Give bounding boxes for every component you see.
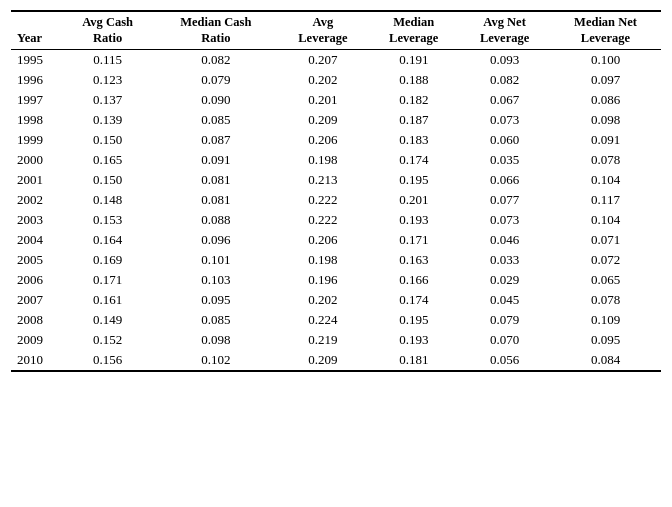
table-cell: 0.195	[368, 310, 459, 330]
table-row: 20010.1500.0810.2130.1950.0660.104	[11, 170, 661, 190]
table-cell: 0.187	[368, 110, 459, 130]
table-cell: 0.163	[368, 250, 459, 270]
table-cell: 0.222	[277, 210, 368, 230]
table-cell: 0.165	[61, 150, 154, 170]
median-leverage-label-1: Median	[374, 14, 453, 30]
table-cell: 0.171	[61, 270, 154, 290]
avg-net-label-1: Avg Net	[465, 14, 544, 30]
table-cell: 0.164	[61, 230, 154, 250]
avg-net-label-2: Leverage	[465, 30, 544, 46]
table-cell: 0.206	[277, 230, 368, 250]
table-cell: 0.081	[154, 170, 277, 190]
table-cell: 0.088	[154, 210, 277, 230]
col-avg-cash: Avg Cash Ratio	[61, 11, 154, 49]
table-cell: 0.095	[550, 330, 661, 350]
table-cell: 0.152	[61, 330, 154, 350]
table-cell: 2007	[11, 290, 61, 310]
table-cell: 0.183	[368, 130, 459, 150]
table-cell: 2004	[11, 230, 61, 250]
table-cell: 0.090	[154, 90, 277, 110]
table-row: 20100.1560.1020.2090.1810.0560.084	[11, 350, 661, 371]
table-cell: 0.085	[154, 310, 277, 330]
table-cell: 0.098	[550, 110, 661, 130]
avg-cash-label-2: Ratio	[67, 30, 148, 46]
table-cell: 0.209	[277, 350, 368, 371]
table-cell: 1999	[11, 130, 61, 150]
median-net-label-2: Leverage	[556, 30, 655, 46]
table-cell: 0.109	[550, 310, 661, 330]
table-row: 20030.1530.0880.2220.1930.0730.104	[11, 210, 661, 230]
table-row: 20050.1690.1010.1980.1630.0330.072	[11, 250, 661, 270]
table-cell: 2000	[11, 150, 61, 170]
table-cell: 0.150	[61, 130, 154, 150]
table-cell: 0.166	[368, 270, 459, 290]
table-row: 20020.1480.0810.2220.2010.0770.117	[11, 190, 661, 210]
table-cell: 0.087	[154, 130, 277, 150]
table-cell: 0.073	[459, 110, 550, 130]
table-cell: 2005	[11, 250, 61, 270]
table-cell: 0.086	[550, 90, 661, 110]
table-row: 20070.1610.0950.2020.1740.0450.078	[11, 290, 661, 310]
table-cell: 0.046	[459, 230, 550, 250]
table-cell: 0.156	[61, 350, 154, 371]
median-net-label-1: Median Net	[556, 14, 655, 30]
table-cell: 0.201	[277, 90, 368, 110]
table-cell: 1995	[11, 49, 61, 70]
table-row: 20090.1520.0980.2190.1930.0700.095	[11, 330, 661, 350]
table-cell: 2006	[11, 270, 61, 290]
table-cell: 0.206	[277, 130, 368, 150]
table-cell: 0.148	[61, 190, 154, 210]
table-cell: 0.191	[368, 49, 459, 70]
avg-cash-label-1: Avg Cash	[67, 14, 148, 30]
table-cell: 0.081	[154, 190, 277, 210]
table-cell: 0.198	[277, 150, 368, 170]
table-cell: 0.077	[459, 190, 550, 210]
col-avg-net-leverage: Avg Net Leverage	[459, 11, 550, 49]
table-cell: 0.078	[550, 290, 661, 310]
table-cell: 0.219	[277, 330, 368, 350]
table-cell: 0.123	[61, 70, 154, 90]
avg-leverage-label-2: Leverage	[283, 30, 362, 46]
median-cash-label-2: Ratio	[160, 30, 271, 46]
table-cell: 0.137	[61, 90, 154, 110]
table-cell: 0.117	[550, 190, 661, 210]
table-cell: 0.091	[154, 150, 277, 170]
table-row: 19950.1150.0820.2070.1910.0930.100	[11, 49, 661, 70]
table-cell: 0.213	[277, 170, 368, 190]
table-cell: 0.102	[154, 350, 277, 371]
table-row: 20060.1710.1030.1960.1660.0290.065	[11, 270, 661, 290]
table-cell: 0.174	[368, 150, 459, 170]
table-cell: 2001	[11, 170, 61, 190]
table-row: 20040.1640.0960.2060.1710.0460.071	[11, 230, 661, 250]
table-cell: 2008	[11, 310, 61, 330]
table-cell: 0.207	[277, 49, 368, 70]
table-cell: 0.181	[368, 350, 459, 371]
table-row: 19970.1370.0900.2010.1820.0670.086	[11, 90, 661, 110]
table-row: 20080.1490.0850.2240.1950.0790.109	[11, 310, 661, 330]
table-cell: 0.161	[61, 290, 154, 310]
table-cell: 0.085	[154, 110, 277, 130]
table-cell: 0.073	[459, 210, 550, 230]
col-median-leverage: Median Leverage	[368, 11, 459, 49]
table-cell: 0.198	[277, 250, 368, 270]
table-cell: 0.115	[61, 49, 154, 70]
table-cell: 0.104	[550, 210, 661, 230]
table-cell: 0.149	[61, 310, 154, 330]
table-cell: 0.091	[550, 130, 661, 150]
col-avg-leverage: Avg Leverage	[277, 11, 368, 49]
table-row: 19980.1390.0850.2090.1870.0730.098	[11, 110, 661, 130]
col-year: Year	[11, 11, 61, 49]
year-label: Year	[17, 30, 55, 46]
table-cell: 0.201	[368, 190, 459, 210]
header-row: Year Avg Cash Ratio Median Cash Ratio Av…	[11, 11, 661, 49]
table-cell: 0.072	[550, 250, 661, 270]
table-cell: 0.071	[550, 230, 661, 250]
table-cell: 0.078	[550, 150, 661, 170]
table-cell: 0.202	[277, 70, 368, 90]
table-cell: 0.066	[459, 170, 550, 190]
table-cell: 0.139	[61, 110, 154, 130]
table-cell: 0.097	[550, 70, 661, 90]
table-cell: 1998	[11, 110, 61, 130]
median-cash-label-1: Median Cash	[160, 14, 271, 30]
table-cell: 0.103	[154, 270, 277, 290]
